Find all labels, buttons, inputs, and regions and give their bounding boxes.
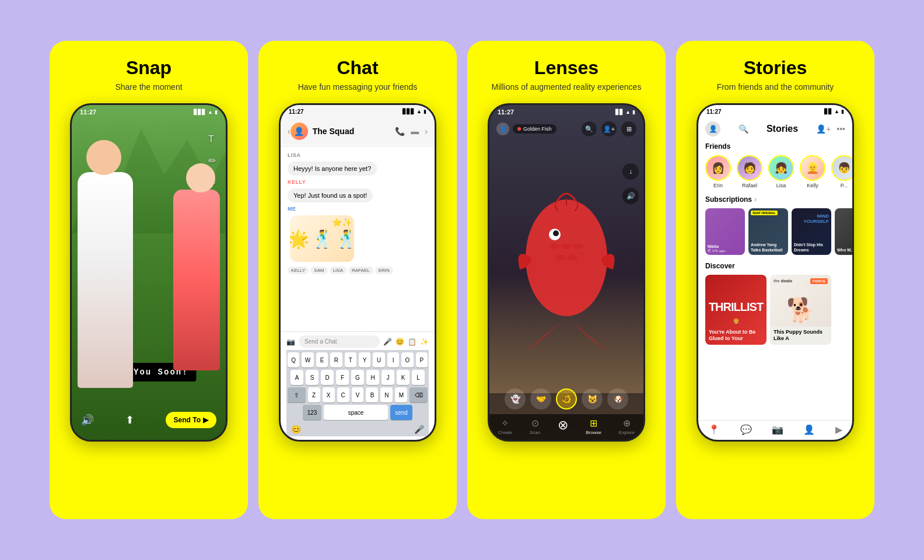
volume-icon[interactable]: 🔊	[81, 414, 94, 426]
snap-bottom-bar: 🔊 ⬆ Send To ▶	[72, 412, 226, 428]
nav-create[interactable]: ✧ Create	[498, 418, 512, 435]
mic-icon[interactable]: 🎤	[383, 338, 392, 346]
key-u[interactable]: U	[373, 352, 384, 368]
nav-explore-label: Explore	[619, 430, 635, 435]
camera-icon[interactable]: 📷	[286, 338, 295, 346]
key-d[interactable]: D	[321, 370, 334, 385]
key-space[interactable]: space	[324, 405, 388, 420]
share-icon[interactable]: ⬆	[125, 414, 134, 426]
friend-p[interactable]: 👦 P...	[831, 155, 852, 188]
key-v[interactable]: V	[352, 387, 364, 402]
lenses-card: Lenses Millions of augmented reality exp…	[467, 41, 666, 519]
friend-avatar-rafael: 🧑	[737, 155, 762, 181]
search-icon[interactable]: 🔍	[738, 124, 748, 134]
key-m[interactable]: M	[395, 387, 407, 402]
friend-lisa[interactable]: 👧 Lisa	[768, 155, 794, 188]
nav-camera[interactable]: 📷	[772, 424, 783, 435]
key-send[interactable]: send	[390, 405, 412, 420]
discover-dodo[interactable]: the dodo FIERCE 🐕 This Puppy Sounds Like…	[770, 275, 831, 345]
chat-input-box[interactable]: Send a Chat	[299, 335, 380, 348]
lens-thumb-fish[interactable]: 🐠	[556, 388, 577, 410]
nav-browse[interactable]: ⊞ Browse	[586, 418, 601, 435]
add-friend-stories-icon[interactable]: 👤+	[816, 124, 831, 134]
key-x[interactable]: X	[323, 387, 335, 402]
nav-scan[interactable]: ⊙ Scan	[530, 418, 540, 435]
lens-thumb-cat[interactable]: 😺	[582, 388, 603, 410]
key-h[interactable]: H	[366, 370, 379, 385]
key-c[interactable]: C	[337, 387, 349, 402]
sticker-chat-icon[interactable]: 📋	[408, 338, 416, 346]
snap-card: Snap Share the moment 11:27	[50, 41, 248, 519]
stories-avatar[interactable]: 👤	[705, 121, 720, 136]
nav-friends[interactable]: 👤	[803, 424, 815, 435]
key-shift[interactable]: ⇧	[288, 387, 306, 402]
nav-map[interactable]: 📍	[708, 424, 720, 435]
timer-icon[interactable]: T	[208, 134, 220, 145]
send-to-label: Send To	[174, 416, 201, 424]
mic-keyboard-icon[interactable]: 🎤	[414, 425, 424, 434]
subscriptions-arrow[interactable]: ›	[754, 195, 757, 204]
friend-rafael[interactable]: 🧑 Rafael	[737, 155, 762, 188]
edit-icon[interactable]: ✏	[208, 155, 220, 166]
lens-thumb-ghost[interactable]: 👻	[505, 388, 526, 410]
nav-stories[interactable]: ▶	[835, 424, 842, 435]
key-w[interactable]: W	[302, 352, 313, 368]
discover-thrillist[interactable]: THRILLIST 🍔 You're About to Be Glued to …	[705, 275, 766, 345]
back-icon[interactable]: ‹	[288, 127, 290, 136]
emoji-keyboard-icon[interactable]: 😊	[291, 425, 301, 434]
key-o[interactable]: O	[401, 352, 413, 368]
friend-erin[interactable]: 👩 Erin	[705, 155, 731, 188]
key-k[interactable]: K	[397, 370, 410, 385]
key-g[interactable]: G	[351, 370, 364, 385]
sub-thumb-nikita[interactable]: Nikita ⏱ 17h ago	[705, 208, 745, 255]
key-a[interactable]: A	[290, 370, 303, 385]
friend-avatar-kelly: 👱	[800, 155, 825, 181]
more-stories-icon[interactable]: •••	[836, 124, 845, 134]
key-y[interactable]: Y	[359, 352, 370, 368]
sender-label-kelly: KELLY	[288, 179, 428, 185]
nav-capture[interactable]: ⊗	[558, 418, 568, 435]
more-icon[interactable]: ›	[425, 127, 428, 136]
search-lens-icon[interactable]: 🔍	[582, 121, 597, 136]
key-t[interactable]: T	[345, 352, 356, 368]
key-z[interactable]: Z	[308, 387, 320, 402]
key-e[interactable]: E	[316, 352, 328, 368]
key-b[interactable]: B	[366, 387, 378, 402]
lenses-bottom: 👻 🤝 🐠 😺 🐶 ✧ Create ⊙	[489, 384, 643, 440]
key-l[interactable]: L	[412, 370, 425, 385]
key-s[interactable]: S	[306, 370, 318, 385]
sub-who-content: Who W... Up To	[837, 248, 852, 253]
key-q[interactable]: Q	[288, 352, 299, 368]
lenses-down-arrow[interactable]: ↓	[622, 163, 639, 180]
friend-kelly[interactable]: 👱 Kelly	[800, 155, 825, 188]
subscriptions-title: Subscriptions	[705, 195, 752, 204]
phone-icon[interactable]: 📞	[395, 127, 405, 136]
nav-chat[interactable]: 💬	[740, 424, 752, 435]
lens-thumb-hands[interactable]: 🤝	[530, 388, 551, 410]
video-icon[interactable]: ▬	[411, 127, 419, 136]
key-backspace[interactable]: ⌫	[410, 387, 428, 402]
nav-explore[interactable]: ⊕ Explore	[619, 418, 635, 435]
key-p[interactable]: P	[416, 352, 428, 368]
friend-avatar-erin: 👩	[705, 155, 731, 181]
key-123[interactable]: 123	[303, 405, 321, 420]
key-f[interactable]: F	[336, 370, 349, 385]
key-n[interactable]: N	[380, 387, 393, 402]
person-emoji: 🕺	[312, 229, 333, 249]
key-r[interactable]: R	[330, 352, 342, 368]
key-j[interactable]: J	[382, 370, 394, 385]
expand-icon[interactable]: ⊞	[621, 121, 636, 136]
bitmoji-chat-icon[interactable]: ✨	[420, 338, 429, 346]
lenses-volume-icon[interactable]: 🔊	[622, 188, 639, 204]
add-friend-icon[interactable]: 👤+	[601, 121, 617, 136]
sub-thumb-mind[interactable]: MINDYOURSELF Didn't Stop His Dreams	[792, 208, 831, 255]
sub-thumb-andrew[interactable]: SNAP ORIGINAL Andrew Yang Talks Basketba…	[748, 208, 788, 255]
emoji-icon[interactable]: 😊	[396, 338, 404, 346]
key-i[interactable]: I	[387, 352, 399, 368]
lenses-status-bar: 11:27 ▊▊ ▲ ▮	[489, 105, 643, 119]
lens-thumb-dog[interactable]: 🐶	[607, 388, 628, 410]
sub-thumb-who[interactable]: Who W... Up To	[835, 208, 852, 255]
erin-avatar-img: 👩	[706, 156, 730, 180]
send-to-button[interactable]: Send To ▶	[166, 412, 216, 428]
camera-nav-icon: 📷	[772, 424, 783, 435]
